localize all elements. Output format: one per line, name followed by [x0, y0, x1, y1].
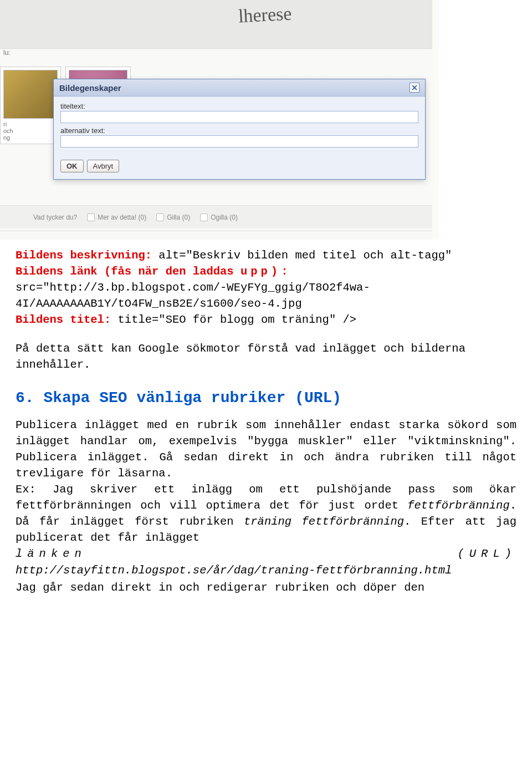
paragraph-2: Ex: Jag skriver ett inlägg om ett pulshö… [16, 481, 516, 546]
p2d: träning fettförbränning [244, 515, 404, 528]
feedback-prompt: Vad tycker du? [33, 214, 77, 221]
link-label: Bildens länk (fås när den laddas [16, 265, 241, 278]
alt-text-input[interactable] [60, 135, 418, 148]
page-margin [439, 0, 532, 240]
thumbnail[interactable]: ri och ng [0, 67, 61, 144]
feedback-dislike[interactable]: Ogilla (0) [200, 214, 238, 221]
p2f-row: länken (URL) [16, 546, 516, 562]
image-properties-dialog: Bildegenskaper titeltext: alternativ tex… [53, 79, 426, 180]
article-body: Bildens beskrivning: alt="Beskriv bilden… [0, 240, 532, 607]
signature-text: lherese [238, 3, 292, 27]
checkbox-icon [87, 214, 95, 221]
feedback-like-text: Gilla (0) [167, 214, 190, 221]
feedback-like[interactable]: Gilla (0) [156, 214, 190, 221]
feedback-prompt-text: Vad tycker du? [33, 214, 77, 221]
cancel-button[interactable]: Avbryt [87, 160, 120, 172]
after-title-paragraph: På detta sätt kan Google sökmotor förstå… [16, 341, 516, 373]
title-text-label: titeltext: [60, 102, 418, 110]
feedback-dislike-text: Ogilla (0) [211, 214, 238, 221]
dialog-body: titeltext: alternativ text: OK Avbryt [54, 96, 425, 179]
dialog-buttons: OK Avbryt [60, 160, 418, 172]
p2g: http://stayfittn.blogspot.se/år/dag/tran… [16, 562, 516, 578]
title-text: title="SEO för blogg om träning" /> [111, 313, 356, 326]
divider [0, 231, 432, 231]
feedback-more-text: Mer av detta! (0) [98, 214, 146, 221]
bd-text: alt="Beskriv bilden med titel och alt-ta… [152, 249, 452, 262]
gutter [432, 0, 439, 240]
ok-button[interactable]: OK [60, 160, 84, 172]
thumbnail-image [3, 70, 58, 119]
close-icon[interactable] [410, 83, 420, 93]
checkbox-icon [200, 214, 208, 221]
checkbox-icon [156, 214, 164, 221]
feedback-bar: Vad tycker du? Mer av detta! (0) Gilla (… [0, 205, 432, 228]
dialog-title: Bildegenskaper [59, 83, 121, 93]
p2f-left: länken [16, 546, 86, 562]
paragraph-3: Jag går sedan direkt in och redigerar ru… [16, 580, 516, 596]
src-text: src="http://3.bp.blogspot.com/-WEyFYg_gg… [16, 281, 370, 310]
p2f-right: (URL) [457, 546, 516, 562]
title-text-input[interactable] [60, 111, 418, 123]
p2b: fettförbränning [407, 499, 510, 512]
link-upp: upp): [241, 265, 291, 278]
alt-text-label: alternativ text: [60, 126, 418, 135]
editor-topbar [0, 0, 432, 49]
feedback-more[interactable]: Mer av detta! (0) [87, 214, 146, 221]
dialog-titlebar: Bildegenskaper [54, 79, 425, 96]
title-label: Bildens titel: [16, 313, 111, 326]
paragraph-1: Publicera inlägget med en rubrik som inn… [16, 417, 516, 481]
editor-screenshot: lherese lu: ri och ng Smootie PDF Vad ty… [0, 0, 532, 240]
lu-label: lu: [3, 49, 11, 57]
thumbnail-caption: ri och ng [3, 121, 58, 141]
section-heading: 6. Skapa SEO vänliga rubriker (URL) [16, 387, 516, 409]
bd-label: Bildens beskrivning: [16, 249, 152, 262]
